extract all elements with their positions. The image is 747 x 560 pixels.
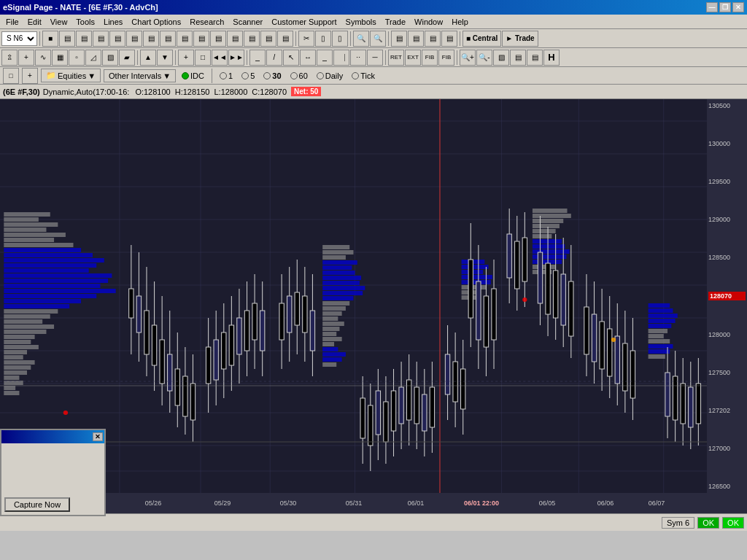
svg-rect-67 (322, 301, 349, 306)
interval-60-btn[interactable]: 60 (287, 70, 311, 82)
ext-btn[interactable]: EXT (405, 50, 421, 66)
add-chart-btn[interactable]: + (22, 68, 38, 84)
toolbar-btn-17[interactable]: ▤ (425, 31, 441, 47)
search2-button[interactable]: 🔍 (370, 31, 386, 47)
line-tool-3[interactable]: ↖ (283, 50, 299, 66)
more-btn-2[interactable]: ▤ (527, 50, 543, 66)
toolbar-btn-13[interactable]: ▤ (260, 31, 276, 47)
toolbar-btn-10[interactable]: ▤ (210, 31, 226, 47)
toolbar-btn-4[interactable]: ▤ (109, 31, 125, 47)
line-tool-4[interactable]: ↔ (300, 50, 316, 66)
menu-file[interactable]: File (1, 16, 23, 28)
svg-rect-68 (322, 306, 346, 311)
toolbar-btn-5[interactable]: ▤ (126, 31, 142, 47)
svg-rect-83 (462, 275, 492, 279)
arrow-down-btn[interactable]: ▼ (157, 50, 173, 66)
menu-chart-options[interactable]: Chart Options (127, 16, 185, 28)
ret-btn[interactable]: RET (388, 50, 404, 66)
toolbar-btn-11[interactable]: ▤ (227, 31, 243, 47)
fib2-btn[interactable]: FIB (438, 50, 454, 66)
price-level-7: 127202 (708, 407, 746, 414)
menu-help[interactable]: Help (447, 16, 473, 28)
close-button[interactable]: ✕ (732, 2, 744, 12)
crosshair-tool[interactable]: + (18, 50, 34, 66)
zoom-in-btn[interactable]: 🔍+ (460, 50, 476, 66)
svg-rect-157 (360, 398, 365, 438)
toolbar-btn-9[interactable]: ▤ (193, 31, 209, 47)
cursor-tool[interactable]: ⇫ (1, 50, 18, 66)
draw-tool-1[interactable]: ▫ (69, 50, 85, 66)
plus-btn[interactable]: + (178, 50, 194, 66)
toolbar-btn-15[interactable]: ▤ (391, 31, 407, 47)
wave-tool[interactable]: ∿ (35, 50, 51, 66)
toolbar-btn-18[interactable]: ▤ (441, 31, 457, 47)
zoom-out-btn[interactable]: 🔍- (476, 50, 492, 66)
interval-daily-btn[interactable]: Daily (314, 70, 346, 82)
line-tool-8[interactable]: ─ (367, 50, 383, 66)
range-right-btn[interactable]: ►► (228, 50, 244, 66)
line-tool-2[interactable]: / (266, 50, 282, 66)
svg-rect-57 (322, 250, 353, 254)
toolbar-btn-16[interactable]: ▤ (408, 31, 424, 47)
arrow-up-btn[interactable]: ▲ (140, 50, 156, 66)
toolbar-btn-1[interactable]: ▤ (59, 31, 75, 47)
idc-btn[interactable]: IDC (179, 70, 207, 82)
dialog-close-button[interactable]: ✕ (93, 432, 103, 441)
interval-30-btn[interactable]: 30 (260, 70, 284, 82)
menu-view[interactable]: View (46, 16, 72, 28)
h-btn[interactable]: H (543, 50, 560, 66)
toolbar-btn-8[interactable]: ▤ (177, 31, 193, 47)
interval-5-btn[interactable]: 5 (239, 70, 258, 82)
toolbar-btn-6[interactable]: ▤ (143, 31, 159, 47)
line-tool-6[interactable]: ⎹ (333, 50, 349, 66)
svg-rect-89 (533, 214, 571, 218)
equities-folder[interactable]: 📁 Equities ▼ (41, 69, 101, 82)
line-tool-5[interactable]: ⎯ (317, 50, 333, 66)
window-title: eSignal Page - NATE - [6E #F,30 - AdvCh] (3, 3, 158, 12)
select-tool[interactable]: ▦ (52, 50, 68, 66)
paste-button[interactable]: ▯ (332, 31, 348, 47)
toolbar-btn-7[interactable]: ▤ (160, 31, 176, 47)
copy-button[interactable]: ▯ (315, 31, 331, 47)
toolbar-btn-2[interactable]: ▤ (76, 31, 92, 47)
menu-lines[interactable]: Lines (99, 16, 127, 28)
svg-rect-79 (322, 362, 336, 367)
chart-svg: 128070 (0, 99, 747, 493)
search-button[interactable]: 🔍 (353, 31, 369, 47)
line-tool-1[interactable]: ⎯ (249, 50, 266, 66)
box-btn[interactable]: □ (195, 50, 211, 66)
toolbar-btn-3[interactable]: ▤ (93, 31, 109, 47)
menu-tools[interactable]: Tools (71, 16, 99, 28)
price-level-0: 130500 (708, 102, 746, 109)
menu-customer-support[interactable]: Customer Support (267, 16, 341, 28)
menu-window[interactable]: Window (410, 16, 447, 28)
interval-tick-btn[interactable]: Tick (349, 70, 378, 82)
menu-research[interactable]: Research (185, 16, 228, 28)
maximize-button[interactable]: ❐ (719, 2, 731, 12)
other-intervals-btn[interactable]: Other Intervals ▼ (104, 69, 176, 82)
minimize-button[interactable]: — (706, 2, 718, 12)
trade-button[interactable]: ► Trade (502, 31, 538, 47)
toolbar-btn-12[interactable]: ▤ (244, 31, 260, 47)
menu-edit[interactable]: Edit (23, 16, 46, 28)
draw-tool-3[interactable]: ▧ (102, 50, 118, 66)
eraser-btn[interactable]: ▧ (493, 50, 509, 66)
menu-scanner[interactable]: Scanner (228, 16, 267, 28)
central-button[interactable]: ■ Central (462, 31, 501, 47)
menu-trade[interactable]: Trade (381, 16, 410, 28)
range-left-btn[interactable]: ◄◄ (212, 50, 228, 66)
idc-logo-button[interactable]: ■ (42, 31, 58, 47)
capture-now-button[interactable]: Capture Now (4, 497, 70, 512)
cut-button[interactable]: ✂ (298, 31, 314, 47)
toolbar-btn-14[interactable]: ▤ (277, 31, 293, 47)
symbol-select[interactable]: S N6 (1, 31, 37, 46)
menu-symbols[interactable]: Symbols (341, 16, 381, 28)
more-btn-1[interactable]: ▤ (510, 50, 526, 66)
workspace-icon[interactable]: □ (3, 68, 19, 84)
draw-tool-4[interactable]: ▰ (119, 50, 135, 66)
chart-canvas[interactable]: 128070 130500 130000 129500 129000 12850… (0, 99, 747, 493)
line-tool-7[interactable]: ⋅⋅ (350, 50, 366, 66)
fib-btn[interactable]: FIB (422, 50, 438, 66)
draw-tool-2[interactable]: ◿ (85, 50, 101, 66)
interval-1-btn[interactable]: 1 (217, 70, 236, 82)
